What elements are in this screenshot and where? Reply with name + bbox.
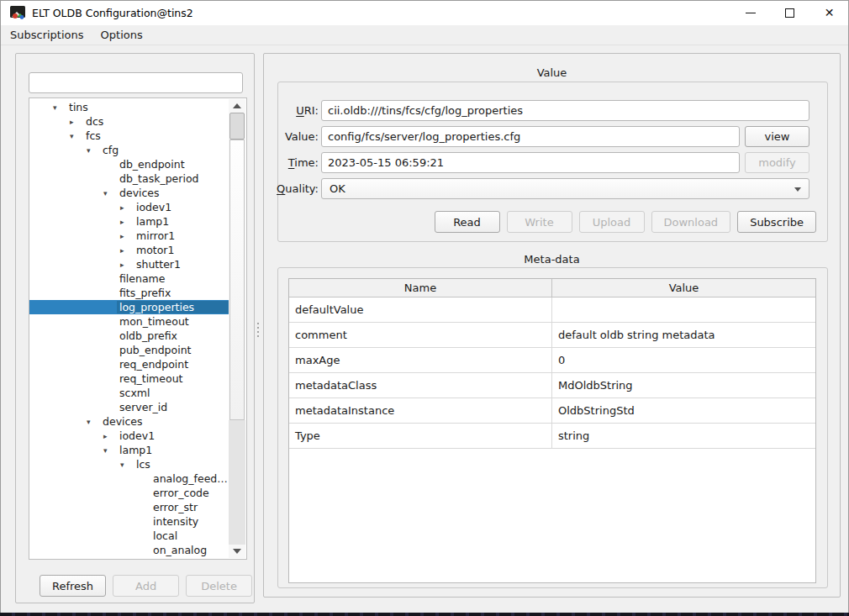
tree-expander-icon[interactable]: ▸: [120, 261, 134, 269]
tree-panel: ▾ tins ▸ dcs ▾ fcs ▾ cfg db_endpoint db_…: [15, 53, 255, 603]
tree-node[interactable]: ▾ devices: [29, 186, 229, 200]
tree-node[interactable]: ▾ fcs: [29, 129, 229, 143]
table-row[interactable]: metadataInstance OldbStringStd: [289, 398, 815, 424]
tree-node[interactable]: db_task_period: [29, 171, 229, 186]
tree-filter-input[interactable]: [29, 72, 243, 93]
value-label: Value:: [271, 126, 319, 147]
tree-node[interactable]: ▾ lcs: [29, 457, 229, 471]
tree-node[interactable]: ▸ iodev1: [29, 429, 229, 443]
download-button[interactable]: Download: [651, 211, 731, 233]
time-field[interactable]: [321, 152, 740, 173]
tree-expander-icon[interactable]: ▸: [120, 218, 134, 226]
oldb-tree: ▾ tins ▸ dcs ▾ fcs ▾ cfg db_endpoint db_…: [29, 97, 247, 560]
tree-expander-icon[interactable]: ▸: [120, 232, 134, 240]
tree-node[interactable]: error_str: [29, 500, 229, 514]
tree-node[interactable]: server_id: [29, 400, 229, 414]
uri-label: URI:: [271, 100, 319, 121]
tree-node-label: filename: [117, 272, 168, 285]
table-row[interactable]: maxAge 0: [289, 348, 815, 373]
upload-button[interactable]: Upload: [579, 211, 645, 233]
tree-node[interactable]: log_properties: [29, 300, 229, 314]
table-row[interactable]: metadataClass MdOldbString: [289, 373, 815, 398]
tree-expander-icon[interactable]: ▾: [87, 146, 100, 155]
cell-value: string: [552, 424, 815, 448]
tree-node[interactable]: db_endpoint: [29, 157, 229, 171]
tree-node[interactable]: ▾ tins: [29, 100, 229, 114]
table-row[interactable]: comment default oldb string metadata: [289, 323, 815, 348]
tree-node[interactable]: ▾ cfg: [29, 143, 229, 157]
modify-button[interactable]: modify: [745, 152, 809, 173]
scroll-up-icon[interactable]: [229, 99, 245, 113]
tree-node[interactable]: ▸ lamp1: [29, 214, 229, 229]
menu-options[interactable]: Options: [92, 25, 151, 45]
titlebar[interactable]: ELT OLDB Configuration@tins2 ✕: [0, 0, 849, 25]
tree-node[interactable]: ▸ shutter1: [29, 257, 229, 271]
column-header-name[interactable]: Name: [289, 279, 552, 297]
tree-expander-icon[interactable]: ▾: [103, 189, 117, 197]
add-button[interactable]: Add: [113, 575, 179, 597]
tree-expander-icon[interactable]: ▾: [87, 418, 100, 426]
tree-node[interactable]: ▾ devices: [29, 414, 229, 429]
tree-node[interactable]: fits_prefix: [29, 286, 229, 300]
value-group-title: Value: [264, 66, 840, 79]
scroll-down-icon[interactable]: [229, 545, 245, 558]
tree-node[interactable]: mon_timeout: [29, 314, 229, 329]
tree-node[interactable]: local: [29, 529, 229, 543]
scrollbar-thumb[interactable]: [229, 140, 245, 420]
panel-splitter-handle[interactable]: [256, 323, 260, 341]
tree-node[interactable]: on_analog: [29, 543, 229, 557]
tree-expander-icon[interactable]: ▾: [103, 446, 117, 455]
tree-expander-icon[interactable]: ▾: [53, 103, 66, 112]
tree-node[interactable]: ▸ mirror1: [29, 229, 229, 243]
tree-node-label: devices: [100, 415, 145, 428]
tree-expander-icon[interactable]: ▾: [70, 132, 83, 140]
tree-node[interactable]: ▸ dcs: [29, 114, 229, 129]
tree-node[interactable]: filename: [29, 271, 229, 286]
table-row[interactable]: defaultValue: [289, 297, 815, 323]
minimize-button[interactable]: [730, 0, 770, 25]
tree-node-label: iodev1: [134, 201, 174, 213]
menu-subscriptions[interactable]: Subscriptions: [2, 25, 92, 45]
subscribe-button[interactable]: Subscribe: [737, 211, 816, 233]
column-header-value[interactable]: Value: [552, 279, 815, 297]
close-button[interactable]: ✕: [809, 0, 849, 25]
tree-node-label: fcs: [83, 129, 103, 142]
quality-combobox[interactable]: OK: [321, 178, 809, 199]
tree-expander-icon[interactable]: ▾: [120, 461, 134, 469]
tree-node[interactable]: on_digital: [29, 557, 229, 560]
tree-node[interactable]: error_code: [29, 486, 229, 500]
table-row[interactable]: Type string: [289, 424, 815, 449]
cell-value: OldbStringStd: [552, 398, 815, 423]
tree-expander-icon[interactable]: ▸: [120, 246, 134, 255]
tree-node[interactable]: req_timeout: [29, 371, 229, 386]
view-button[interactable]: view: [745, 126, 809, 147]
tree-node[interactable]: oldb_prefix: [29, 329, 229, 343]
cell-name: maxAge: [289, 348, 552, 372]
tree-node[interactable]: ▸ iodev1: [29, 200, 229, 214]
tree-node[interactable]: req_endpoint: [29, 357, 229, 371]
tree-node[interactable]: ▾ lamp1: [29, 443, 229, 457]
delete-button[interactable]: Delete: [186, 575, 252, 597]
maximize-button[interactable]: [770, 0, 809, 25]
uri-field[interactable]: [321, 100, 809, 121]
quality-value: OK: [330, 182, 345, 195]
tree-node-label: local: [150, 529, 180, 542]
refresh-button[interactable]: Refresh: [40, 575, 106, 597]
tree-node[interactable]: analog_feed…: [29, 471, 229, 486]
metadata-table-header: Name Value: [289, 279, 815, 297]
tree-expander-icon[interactable]: ▸: [120, 203, 134, 212]
read-button[interactable]: Read: [435, 211, 500, 233]
tree-expander-icon[interactable]: ▸: [103, 432, 117, 440]
tree-node[interactable]: pub_endpoint: [29, 343, 229, 357]
window-title: ELT OLDB Configuration@tins2: [32, 7, 193, 19]
tree-node-label: oldb_prefix: [117, 329, 180, 342]
tree-node[interactable]: scxml: [29, 386, 229, 400]
tree-node-label: lamp1: [134, 215, 171, 228]
tree-node[interactable]: ▸ motor1: [29, 243, 229, 257]
tree-expander-icon[interactable]: ▸: [70, 118, 83, 126]
tree-node[interactable]: intensity: [29, 514, 229, 529]
value-field[interactable]: [321, 126, 740, 147]
tree-node-label: devices: [117, 187, 162, 199]
tree-scrollbar[interactable]: [229, 99, 245, 558]
write-button[interactable]: Write: [507, 211, 572, 233]
